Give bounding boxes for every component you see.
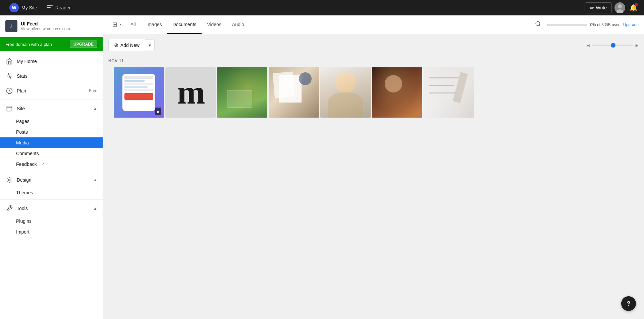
- tab-all[interactable]: All: [125, 15, 141, 34]
- sidebar-item-stats-label: Stats: [17, 73, 28, 79]
- upgrade-button[interactable]: UPGRADE: [70, 41, 97, 48]
- tab-images-label: Images: [147, 22, 162, 27]
- sidebar-item-posts-label: Posts: [16, 129, 28, 135]
- site-info: UI UI Feed View uifeed.wordpress.com: [0, 15, 103, 37]
- external-link-icon: ↗: [41, 162, 45, 167]
- sidebar-item-plan-label: Plan: [17, 88, 26, 93]
- media-item[interactable]: [217, 67, 267, 118]
- top-bar-left: W My Site Reader: [5, 1, 75, 14]
- sidebar-item-stats[interactable]: Stats: [0, 69, 103, 83]
- nav-divider-3: [0, 199, 103, 200]
- sidebar-item-site-label: Site: [17, 106, 25, 111]
- date-label-text: NOV 11: [108, 59, 124, 63]
- reader-label: Reader: [55, 5, 71, 10]
- sidebar-item-posts[interactable]: Posts: [0, 127, 103, 137]
- my-site-label: My Site: [21, 5, 37, 10]
- media-item[interactable]: m: [165, 67, 216, 118]
- media-item[interactable]: [424, 67, 474, 118]
- my-site-button[interactable]: W My Site: [5, 1, 41, 14]
- tab-videos-label: Videos: [207, 22, 221, 27]
- upgrade-storage-link[interactable]: Upgrade: [623, 22, 639, 27]
- sidebar-item-pages[interactable]: Pages: [0, 116, 103, 127]
- sidebar-item-my-home-label: My Home: [17, 59, 37, 64]
- avatar[interactable]: [614, 2, 625, 13]
- tab-documents[interactable]: Documents: [167, 15, 202, 34]
- add-new-plus-icon: ⊕: [114, 42, 118, 48]
- help-button[interactable]: ?: [621, 296, 636, 311]
- storage-bar-container: 0% of 3 GB used Upgrade: [547, 22, 639, 27]
- date-label: NOV 11: [108, 56, 639, 67]
- home-icon: [5, 57, 13, 65]
- sidebar-item-plan[interactable]: Plan Free: [0, 83, 103, 98]
- large-grid-icon: ⊞: [635, 43, 639, 48]
- upgrade-banner-text: Free domain with a plan: [5, 42, 52, 47]
- date-group-nov11: NOV 11: [103, 56, 644, 123]
- media-grid: ▶ m: [108, 67, 639, 123]
- tab-videos[interactable]: Videos: [202, 15, 227, 34]
- stats-icon: [5, 72, 13, 80]
- main-layout: UI UI Feed View uifeed.wordpress.com Fre…: [0, 15, 644, 319]
- plan-icon: [5, 87, 13, 95]
- tab-dropdown-icon: ▾: [119, 22, 121, 26]
- sidebar-item-my-home[interactable]: My Home: [0, 54, 103, 69]
- upgrade-banner[interactable]: Free domain with a plan UPGRADE: [0, 37, 103, 51]
- media-item[interactable]: [320, 67, 371, 118]
- media-item[interactable]: ▶: [114, 67, 164, 118]
- sidebar-item-design[interactable]: Design ▲: [0, 173, 103, 187]
- sidebar-item-media[interactable]: Media: [0, 137, 103, 148]
- nav-section: My Home Stats Plan Free: [0, 51, 103, 240]
- sidebar-item-themes[interactable]: Themes: [0, 187, 103, 198]
- media-scroll-area[interactable]: ⊕ Add New ▾ ⊟ ⊞ NOV: [103, 34, 644, 319]
- tab-images[interactable]: Images: [141, 15, 167, 34]
- media-item[interactable]: [269, 67, 319, 118]
- tab-audio-label: Audio: [232, 22, 244, 27]
- site-icon: UI: [5, 20, 17, 32]
- nav-divider-2: [0, 171, 103, 171]
- grid-icon: ⊞: [112, 21, 117, 28]
- site-icon-initials: UI: [9, 24, 13, 28]
- search-button[interactable]: [533, 19, 543, 30]
- media-tabs: ⊞ ▾ All Images Documents Videos Audio: [108, 15, 250, 34]
- sidebar-item-tools-label: Tools: [17, 206, 28, 211]
- sidebar-item-import[interactable]: Import: [0, 227, 103, 237]
- size-slider-track[interactable]: [592, 45, 633, 46]
- sidebar-item-tools[interactable]: Tools ▲: [0, 201, 103, 216]
- notification-badge: [635, 3, 638, 6]
- tools-icon: [5, 204, 13, 212]
- tab-audio[interactable]: Audio: [227, 15, 250, 34]
- site-details: UI Feed View uifeed.wordpress.com: [21, 21, 70, 31]
- sidebar-item-feedback-label: Feedback: [16, 162, 37, 167]
- add-new-dropdown-button[interactable]: ▾: [145, 40, 155, 51]
- write-button[interactable]: ✏ Write: [585, 2, 612, 13]
- size-slider-thumb: [611, 43, 615, 48]
- storage-bar: [547, 24, 587, 26]
- dropdown-chevron-icon: ▾: [149, 43, 151, 48]
- sidebar-item-feedback[interactable]: Feedback ↗: [0, 159, 103, 170]
- add-new-button[interactable]: ⊕ Add New: [108, 39, 145, 51]
- sidebar-item-comments[interactable]: Comments: [0, 148, 103, 159]
- site-url: View uifeed.wordpress.com: [21, 26, 70, 31]
- write-icon: ✏: [590, 5, 594, 11]
- sidebar: UI UI Feed View uifeed.wordpress.com Fre…: [0, 15, 103, 319]
- plan-badge: Free: [89, 88, 97, 93]
- sidebar-item-comments-label: Comments: [16, 151, 39, 156]
- sidebar-item-pages-label: Pages: [16, 119, 30, 124]
- svg-point-1: [618, 4, 622, 8]
- play-badge: ▶: [155, 108, 161, 115]
- media-library-icon-tab[interactable]: ⊞ ▾: [108, 15, 125, 34]
- site-name: UI Feed: [21, 21, 70, 26]
- storage-text: 0% of 3 GB used: [590, 22, 621, 27]
- small-grid-icon: ⊟: [586, 43, 590, 48]
- add-new-label: Add New: [120, 43, 140, 48]
- site-chevron-icon: ▲: [93, 106, 97, 111]
- reader-button[interactable]: Reader: [43, 3, 75, 12]
- sidebar-item-site[interactable]: Site ▲: [0, 101, 103, 116]
- nav-divider-1: [0, 100, 103, 100]
- design-chevron-icon: ▲: [93, 178, 97, 182]
- sidebar-item-design-label: Design: [17, 177, 32, 183]
- media-item[interactable]: [372, 67, 422, 118]
- notifications-button[interactable]: 🔔: [628, 2, 639, 13]
- sidebar-item-plugins-label: Plugins: [16, 218, 32, 224]
- sidebar-item-plugins[interactable]: Plugins: [0, 216, 103, 227]
- reader-icon: [47, 5, 53, 10]
